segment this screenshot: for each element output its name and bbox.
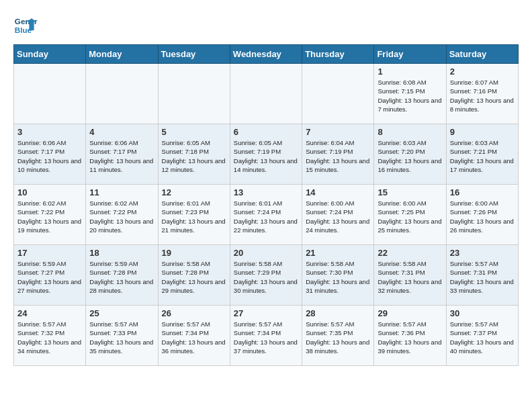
- weekday-header: Tuesday: [158, 45, 230, 64]
- calendar-table: SundayMondayTuesdayWednesdayThursdayFrid…: [13, 44, 519, 366]
- day-number: 1: [378, 66, 442, 77]
- day-number: 17: [17, 248, 82, 258]
- calendar-cell: 14Sunrise: 6:00 AM Sunset: 7:24 PM Dayli…: [302, 185, 374, 245]
- calendar-cell: [14, 64, 86, 124]
- day-number: 5: [162, 127, 226, 137]
- cell-info: Sunrise: 5:58 AM Sunset: 7:30 PM Dayligh…: [306, 259, 370, 295]
- cell-info: Sunrise: 5:59 AM Sunset: 7:27 PM Dayligh…: [17, 259, 82, 295]
- cell-info: Sunrise: 5:57 AM Sunset: 7:37 PM Dayligh…: [450, 320, 515, 355]
- calendar-cell: 17Sunrise: 5:59 AM Sunset: 7:27 PM Dayli…: [14, 245, 86, 306]
- calendar-week-row: 24Sunrise: 5:57 AM Sunset: 7:32 PM Dayli…: [14, 306, 519, 366]
- weekday-header: Wednesday: [230, 45, 302, 64]
- weekday-header: Friday: [374, 45, 446, 64]
- calendar-cell: 29Sunrise: 5:57 AM Sunset: 7:36 PM Dayli…: [374, 306, 446, 366]
- cell-info: Sunrise: 6:07 AM Sunset: 7:16 PM Dayligh…: [450, 78, 515, 113]
- calendar-cell: 1Sunrise: 6:08 AM Sunset: 7:15 PM Daylig…: [374, 64, 446, 124]
- calendar-cell: 13Sunrise: 6:01 AM Sunset: 7:24 PM Dayli…: [230, 185, 302, 245]
- cell-info: Sunrise: 5:57 AM Sunset: 7:34 PM Dayligh…: [162, 320, 226, 355]
- calendar-cell: 11Sunrise: 6:02 AM Sunset: 7:22 PM Dayli…: [86, 185, 158, 245]
- calendar-header: SundayMondayTuesdayWednesdayThursdayFrid…: [14, 45, 519, 64]
- cell-info: Sunrise: 6:06 AM Sunset: 7:17 PM Dayligh…: [17, 138, 82, 174]
- day-number: 27: [234, 308, 298, 318]
- cell-info: Sunrise: 5:57 AM Sunset: 7:35 PM Dayligh…: [306, 320, 370, 355]
- logo: General Blue: [13, 13, 40, 38]
- day-number: 25: [89, 308, 154, 318]
- day-number: 3: [17, 127, 82, 137]
- cell-info: Sunrise: 6:03 AM Sunset: 7:21 PM Dayligh…: [450, 138, 515, 174]
- cell-info: Sunrise: 5:57 AM Sunset: 7:33 PM Dayligh…: [89, 320, 154, 355]
- calendar-cell: 18Sunrise: 5:59 AM Sunset: 7:28 PM Dayli…: [86, 245, 158, 306]
- calendar-cell: [86, 64, 158, 124]
- calendar-cell: 24Sunrise: 5:57 AM Sunset: 7:32 PM Dayli…: [14, 306, 86, 366]
- page-header: General Blue: [13, 13, 519, 38]
- calendar-cell: 23Sunrise: 5:57 AM Sunset: 7:31 PM Dayli…: [446, 245, 518, 306]
- calendar-cell: 28Sunrise: 5:57 AM Sunset: 7:35 PM Dayli…: [302, 306, 374, 366]
- day-number: 10: [17, 187, 82, 197]
- day-number: 14: [306, 187, 370, 197]
- calendar-week-row: 3Sunrise: 6:06 AM Sunset: 7:17 PM Daylig…: [14, 124, 519, 185]
- cell-info: Sunrise: 5:58 AM Sunset: 7:31 PM Dayligh…: [378, 259, 442, 295]
- cell-info: Sunrise: 5:58 AM Sunset: 7:29 PM Dayligh…: [234, 259, 298, 295]
- calendar-cell: [230, 64, 302, 124]
- calendar-cell: 6Sunrise: 6:05 AM Sunset: 7:19 PM Daylig…: [230, 124, 302, 185]
- day-number: 28: [306, 308, 370, 318]
- day-number: 13: [234, 187, 298, 197]
- day-number: 19: [162, 248, 226, 258]
- calendar-cell: 20Sunrise: 5:58 AM Sunset: 7:29 PM Dayli…: [230, 245, 302, 306]
- day-number: 8: [378, 127, 442, 137]
- calendar-cell: 22Sunrise: 5:58 AM Sunset: 7:31 PM Dayli…: [374, 245, 446, 306]
- day-number: 18: [89, 248, 154, 258]
- weekday-header: Thursday: [302, 45, 374, 64]
- calendar-cell: 26Sunrise: 5:57 AM Sunset: 7:34 PM Dayli…: [158, 306, 230, 366]
- weekday-header: Sunday: [14, 45, 86, 64]
- day-number: 6: [234, 127, 298, 137]
- calendar-cell: 7Sunrise: 6:04 AM Sunset: 7:19 PM Daylig…: [302, 124, 374, 185]
- calendar-cell: 9Sunrise: 6:03 AM Sunset: 7:21 PM Daylig…: [446, 124, 518, 185]
- cell-info: Sunrise: 6:00 AM Sunset: 7:24 PM Dayligh…: [306, 199, 370, 234]
- cell-info: Sunrise: 6:01 AM Sunset: 7:24 PM Dayligh…: [234, 199, 298, 234]
- day-number: 9: [450, 127, 515, 137]
- calendar-body: 1Sunrise: 6:08 AM Sunset: 7:15 PM Daylig…: [14, 64, 519, 366]
- day-number: 2: [450, 66, 515, 77]
- day-number: 30: [450, 308, 515, 318]
- cell-info: Sunrise: 5:57 AM Sunset: 7:34 PM Dayligh…: [234, 320, 298, 355]
- calendar-cell: [302, 64, 374, 124]
- day-number: 20: [234, 248, 298, 258]
- day-number: 16: [450, 187, 515, 197]
- cell-info: Sunrise: 6:03 AM Sunset: 7:20 PM Dayligh…: [378, 138, 442, 174]
- cell-info: Sunrise: 6:05 AM Sunset: 7:18 PM Dayligh…: [162, 138, 226, 174]
- day-number: 15: [378, 187, 442, 197]
- calendar-cell: 15Sunrise: 6:00 AM Sunset: 7:25 PM Dayli…: [374, 185, 446, 245]
- logo-icon: General Blue: [13, 13, 38, 38]
- cell-info: Sunrise: 6:02 AM Sunset: 7:22 PM Dayligh…: [89, 199, 154, 234]
- cell-info: Sunrise: 5:58 AM Sunset: 7:28 PM Dayligh…: [162, 259, 226, 295]
- cell-info: Sunrise: 6:08 AM Sunset: 7:15 PM Dayligh…: [378, 78, 442, 113]
- calendar-cell: 12Sunrise: 6:01 AM Sunset: 7:23 PM Dayli…: [158, 185, 230, 245]
- day-number: 26: [162, 308, 226, 318]
- cell-info: Sunrise: 6:02 AM Sunset: 7:22 PM Dayligh…: [17, 199, 82, 234]
- cell-info: Sunrise: 5:57 AM Sunset: 7:31 PM Dayligh…: [450, 259, 515, 295]
- day-number: 7: [306, 127, 370, 137]
- calendar-cell: 8Sunrise: 6:03 AM Sunset: 7:20 PM Daylig…: [374, 124, 446, 185]
- weekday-header: Saturday: [446, 45, 518, 64]
- day-number: 22: [378, 248, 442, 258]
- calendar-cell: [158, 64, 230, 124]
- day-number: 24: [17, 308, 82, 318]
- calendar-cell: 27Sunrise: 5:57 AM Sunset: 7:34 PM Dayli…: [230, 306, 302, 366]
- cell-info: Sunrise: 6:00 AM Sunset: 7:26 PM Dayligh…: [450, 199, 515, 234]
- cell-info: Sunrise: 5:59 AM Sunset: 7:28 PM Dayligh…: [89, 259, 154, 295]
- cell-info: Sunrise: 6:05 AM Sunset: 7:19 PM Dayligh…: [234, 138, 298, 174]
- calendar-cell: 30Sunrise: 5:57 AM Sunset: 7:37 PM Dayli…: [446, 306, 518, 366]
- day-number: 29: [378, 308, 442, 318]
- weekday-header: Monday: [86, 45, 158, 64]
- cell-info: Sunrise: 5:57 AM Sunset: 7:32 PM Dayligh…: [17, 320, 82, 355]
- cell-info: Sunrise: 6:01 AM Sunset: 7:23 PM Dayligh…: [162, 199, 226, 234]
- calendar-week-row: 17Sunrise: 5:59 AM Sunset: 7:27 PM Dayli…: [14, 245, 519, 306]
- day-number: 12: [162, 187, 226, 197]
- cell-info: Sunrise: 6:06 AM Sunset: 7:17 PM Dayligh…: [89, 138, 154, 174]
- calendar-week-row: 10Sunrise: 6:02 AM Sunset: 7:22 PM Dayli…: [14, 185, 519, 245]
- calendar-cell: 4Sunrise: 6:06 AM Sunset: 7:17 PM Daylig…: [86, 124, 158, 185]
- day-number: 21: [306, 248, 370, 258]
- day-number: 4: [89, 127, 154, 137]
- calendar-cell: 25Sunrise: 5:57 AM Sunset: 7:33 PM Dayli…: [86, 306, 158, 366]
